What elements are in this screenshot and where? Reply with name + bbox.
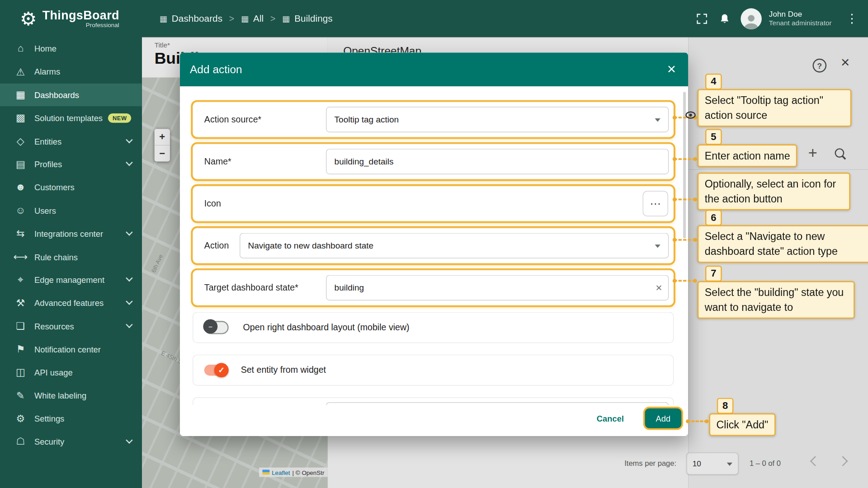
advanced-features-icon: ⚒ (13, 297, 28, 309)
annotation-connector (674, 239, 696, 241)
logo-subtitle: Professional (86, 22, 119, 28)
add-button[interactable]: Add (645, 408, 682, 428)
sidebar-item-integrations-center[interactable]: ⇆ Integrations center (0, 222, 142, 245)
fullscreen-icon[interactable] (695, 12, 708, 25)
chevron-down-icon (126, 298, 133, 305)
sidebar-item-edge-management[interactable]: ⌖ Edge management (0, 268, 142, 291)
breadcrumb-all[interactable]: ▦ All (241, 13, 264, 24)
solution-templates-icon: ▩ (13, 112, 28, 124)
sidebar-item-label: Dashboards (34, 90, 79, 100)
target-state-label: Target dashboard state* (204, 283, 298, 293)
sidebar-item-label: Advanced features (34, 298, 104, 308)
annotation-step-4: Select "Tooltip tag action" action sourc… (698, 89, 851, 127)
sidebar-item-advanced-features[interactable]: ⚒ Advanced features (0, 291, 142, 314)
sidebar-item-rule-chains[interactable]: ⟷ Rule chains (0, 245, 142, 268)
dialog-footer: Cancel Add (180, 405, 688, 436)
user-info: John Doe Tenant administrator (769, 9, 834, 28)
mobile-layout-label: Open right dashboard layout (mobile view… (243, 323, 410, 333)
dialog-header: Add action × (180, 52, 688, 86)
state-param-row: State entity parameter name By default (193, 397, 674, 405)
avatar[interactable] (741, 8, 762, 29)
chevron-down-icon (126, 436, 133, 444)
eye-icon (685, 111, 696, 121)
annotation-step-6: Select a "Navigate to new dashboard stat… (698, 225, 868, 263)
users-icon: ☺ (13, 205, 28, 216)
sidebar-item-label: Integrations center (34, 229, 103, 239)
kebab-menu-icon[interactable]: ⋮ (844, 11, 860, 26)
breadcrumb-label: Buildings (294, 13, 332, 24)
set-entity-label: Set entity from widget (241, 365, 326, 375)
chevron-down-icon (655, 118, 660, 122)
breadcrumb-label: All (253, 13, 264, 24)
clear-icon[interactable]: × (656, 281, 662, 295)
top-bar: ⚙ ThingsBoard Professional ▦ Dashboards … (0, 0, 868, 37)
integrations-icon: ⇆ (13, 228, 28, 240)
sidebar-item-customers[interactable]: ☻ Customers (0, 176, 142, 199)
profiles-icon: ▤ (13, 158, 28, 170)
step-number-badge: 6 (705, 210, 722, 226)
target-state-input[interactable]: building × (326, 275, 669, 300)
action-type-label: Action (204, 241, 229, 251)
sidebar-item-dashboards[interactable]: ▦ Dashboards (0, 83, 142, 106)
entities-icon: ◇ (13, 135, 28, 147)
annotation-connector (674, 199, 696, 201)
sidebar: ⌂ Home ⚠ Alarms ▦ Dashboards ▩ Solution … (0, 37, 142, 488)
sidebar-item-alarms[interactable]: ⚠ Alarms (0, 60, 142, 83)
sidebar-item-entities[interactable]: ◇ Entities (0, 130, 142, 153)
sidebar-item-settings[interactable]: ⚙ Settings (0, 407, 142, 430)
sidebar-item-notification-center[interactable]: ⚑ Notification center (0, 338, 142, 361)
sidebar-item-white-labeling[interactable]: ✎ White labeling (0, 384, 142, 407)
dialog-title: Add action (190, 63, 242, 76)
toggle-knob: − (203, 319, 217, 334)
annotation-step-7: Select the "building" state you want to … (698, 281, 855, 319)
sidebar-item-users[interactable]: ☺ Users (0, 199, 142, 222)
cancel-button[interactable]: Cancel (592, 410, 628, 427)
action-type-value: Navigate to new dashboard state (248, 241, 374, 251)
breadcrumb-dashboards[interactable]: ▦ Dashboards (160, 13, 222, 24)
breadcrumb-separator: > (229, 14, 234, 23)
action-name-input[interactable]: building_details (326, 149, 669, 174)
action-source-row: Action source* Tooltip tag action (193, 102, 674, 137)
breadcrumb-buildings[interactable]: ▦ Buildings (282, 13, 333, 24)
sidebar-item-solution-templates[interactable]: ▩ Solution templates NEW (0, 107, 142, 130)
sidebar-item-profiles[interactable]: ▤ Profiles (0, 153, 142, 176)
notification-center-icon: ⚑ (13, 343, 28, 355)
state-param-input[interactable]: By default (326, 402, 669, 405)
api-usage-icon: ◫ (13, 366, 28, 379)
action-name-row: Name* building_details (193, 144, 674, 179)
breadcrumb-label: Dashboards (172, 13, 222, 24)
chevron-down-icon (126, 321, 133, 328)
logo-title: ThingsBoard (42, 9, 119, 22)
app-root: 6th Ave E 45th St Title* Buildings + − L… (0, 0, 868, 488)
action-type-select[interactable]: Navigate to new dashboard state (240, 233, 669, 258)
sidebar-item-resources[interactable]: ❏ Resources (0, 314, 142, 338)
action-name-value: building_details (335, 157, 394, 167)
resources-icon: ❏ (13, 320, 28, 332)
user-name: John Doe (769, 9, 834, 19)
target-state-value: building (335, 283, 364, 293)
action-source-select[interactable]: Tooltip tag action (326, 107, 669, 132)
step-number-badge: 4 (705, 74, 722, 90)
toggle-knob-check-icon: ✓ (214, 363, 229, 377)
chevron-down-icon (126, 229, 133, 236)
new-badge: NEW (108, 113, 131, 123)
chevron-down-icon (126, 159, 133, 166)
notifications-bell-icon[interactable] (718, 12, 731, 25)
close-icon[interactable]: × (667, 62, 676, 77)
mobile-layout-toggle[interactable]: − (204, 321, 229, 334)
sidebar-item-api-usage[interactable]: ◫ API usage (0, 361, 142, 384)
set-entity-toggle[interactable]: ✓ (204, 365, 226, 375)
sidebar-item-home[interactable]: ⌂ Home (0, 37, 142, 60)
breadcrumb: ▦ Dashboards > ▦ All > ▦ Buildings (160, 0, 333, 37)
alarms-icon: ⚠ (13, 66, 28, 78)
chevron-down-icon (126, 275, 133, 282)
action-source-value: Tooltip tag action (335, 114, 399, 124)
annotation-step-5: Enter action name (698, 145, 797, 167)
app-logo[interactable]: ⚙ ThingsBoard Professional (20, 0, 119, 37)
chevron-down-icon (126, 136, 133, 143)
icon-picker-button[interactable]: ⋯ (643, 191, 668, 216)
annotation-connector (674, 158, 696, 160)
annotation-connector (674, 280, 696, 282)
sidebar-item-security[interactable]: ☖ Security (0, 430, 142, 453)
settings-gear-icon: ⚙ (13, 413, 28, 425)
